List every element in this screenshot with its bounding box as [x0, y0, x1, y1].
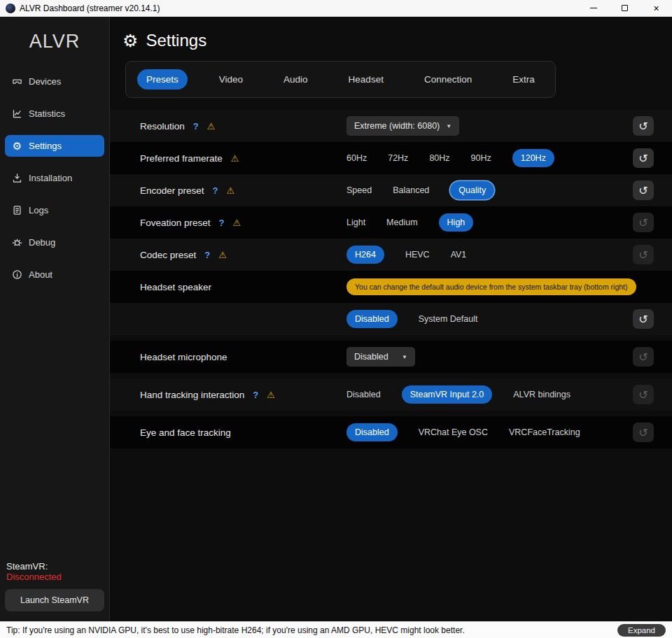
setting-row-speaker-options: Disabled System Default ↺: [110, 303, 672, 335]
setting-row-foveation: Foveation preset ? ⚠ Light Medium High ↺: [110, 206, 672, 239]
app-icon: [6, 3, 15, 13]
setting-row-resolution: Resolution ? ⚠ Extreme (width: 6080) ▼ ↺: [110, 110, 672, 142]
launch-steamvr-button[interactable]: Launch SteamVR: [5, 589, 104, 611]
download-icon: [12, 173, 22, 183]
option-quality[interactable]: Quality: [450, 181, 494, 199]
option-alvr-bindings[interactable]: ALVR bindings: [513, 390, 570, 399]
titlebar: ALVR Dashboard (streamer v20.14.1) ×: [0, 0, 672, 17]
reset-button[interactable]: ↺: [633, 116, 654, 136]
reset-button[interactable]: ↺: [633, 213, 654, 232]
sidebar-item-statistics[interactable]: Statistics: [5, 103, 104, 125]
help-icon[interactable]: ?: [219, 218, 225, 228]
tab-extra[interactable]: Extra: [503, 69, 544, 90]
reset-button[interactable]: ↺: [633, 180, 654, 200]
setting-label: Headset speaker: [140, 282, 211, 292]
reset-button[interactable]: ↺: [633, 309, 654, 329]
expand-button[interactable]: Expand: [617, 624, 666, 637]
row-label-group: Hand tracking interaction ? ⚠: [140, 390, 346, 400]
sidebar-nav: Devices Statistics ⚙ Settings Installati…: [0, 71, 109, 285]
setting-label: Codec preset: [140, 250, 196, 260]
option-80hz[interactable]: 80Hz: [429, 153, 449, 163]
sidebar-item-installation[interactable]: Installation: [5, 167, 104, 189]
setting-row-speaker-notice: Headset speaker You can change the defau…: [110, 271, 672, 303]
alvr-logo: ALVR: [0, 31, 109, 52]
help-icon[interactable]: ?: [213, 185, 218, 196]
tab-headset[interactable]: Headset: [340, 69, 393, 90]
setting-row-hand-tracking: Hand tracking interaction ? ⚠ Disabled S…: [110, 378, 672, 411]
sidebar-item-about[interactable]: About: [5, 264, 104, 285]
option-90hz[interactable]: 90Hz: [471, 153, 491, 163]
reset-button[interactable]: ↺: [633, 148, 654, 168]
chart-icon: [12, 108, 22, 119]
reset-button[interactable]: ↺: [633, 385, 654, 404]
option-hevc[interactable]: HEVC: [405, 250, 430, 260]
tip-text: Tip: If you're using an NVIDIA GPU, it's…: [6, 625, 465, 635]
sidebar-item-label: Logs: [29, 205, 48, 215]
row-label-group: Encoder preset ? ⚠: [140, 185, 346, 196]
help-icon[interactable]: ?: [193, 121, 199, 132]
tab-presets[interactable]: Presets: [137, 69, 188, 90]
reset-button[interactable]: ↺: [633, 347, 654, 367]
option-vrcfacetracking[interactable]: VRCFaceTracking: [509, 427, 580, 437]
option-72hz[interactable]: 72Hz: [388, 153, 408, 163]
close-icon: ×: [653, 3, 659, 13]
option-balanced[interactable]: Balanced: [393, 185, 429, 195]
sidebar-item-settings[interactable]: ⚙ Settings: [5, 135, 104, 157]
help-icon[interactable]: ?: [253, 390, 258, 400]
close-button[interactable]: ×: [640, 0, 672, 16]
window-title: ALVR Dashboard (streamer v20.14.1): [20, 3, 160, 13]
option-eye-disabled[interactable]: Disabled: [346, 423, 398, 441]
setting-label: Eye and face tracking: [140, 427, 231, 438]
settings-page: ⚙ Settings Presets Video Audio Headset C…: [110, 17, 672, 621]
minimize-button[interactable]: [578, 0, 609, 16]
reset-button[interactable]: ↺: [633, 423, 654, 442]
page-title: Settings: [146, 31, 206, 50]
row-controls: Disabled VRChat Eye OSC VRCFaceTracking: [346, 423, 633, 441]
warning-icon: ⚠: [231, 153, 239, 164]
option-120hz[interactable]: 120Hz: [512, 149, 554, 167]
option-light[interactable]: Light: [346, 218, 365, 227]
option-speed[interactable]: Speed: [346, 185, 372, 195]
warning-icon: ⚠: [267, 390, 275, 400]
option-medium[interactable]: Medium: [386, 218, 417, 227]
sidebar-item-debug[interactable]: Debug: [5, 232, 104, 253]
chevron-down-icon: ▼: [446, 123, 451, 129]
microphone-dropdown[interactable]: Disabled ▼: [346, 347, 415, 367]
option-steamvr-input[interactable]: SteamVR Input 2.0: [402, 385, 493, 404]
resolution-dropdown[interactable]: Extreme (width: 6080) ▼: [346, 116, 459, 136]
help-icon[interactable]: ?: [204, 250, 210, 260]
bug-icon: [12, 237, 22, 248]
maximize-button[interactable]: [609, 0, 640, 16]
maximize-icon: [622, 5, 628, 11]
setting-label: Hand tracking interaction: [140, 390, 244, 400]
tab-video[interactable]: Video: [210, 69, 252, 90]
chevron-down-icon: ▼: [402, 354, 407, 360]
warning-icon: ⚠: [207, 121, 216, 132]
sidebar-item-logs[interactable]: Logs: [5, 199, 104, 221]
option-speaker-disabled[interactable]: Disabled: [346, 310, 398, 328]
audio-device-notice: You can change the default audio device …: [346, 278, 636, 295]
row-controls: 60Hz 72Hz 80Hz 90Hz 120Hz: [346, 149, 633, 167]
option-av1[interactable]: AV1: [451, 250, 467, 260]
setting-label: Resolution: [140, 121, 185, 132]
sidebar-item-label: Settings: [29, 141, 62, 151]
row-label-group: Resolution ? ⚠: [140, 121, 346, 132]
info-icon: [12, 269, 22, 280]
option-h264[interactable]: H264: [346, 246, 384, 264]
row-controls: Extreme (width: 6080) ▼: [346, 116, 633, 136]
reset-button[interactable]: ↺: [633, 245, 654, 264]
option-60hz[interactable]: 60Hz: [346, 153, 367, 163]
sidebar-item-label: About: [29, 269, 52, 280]
tab-connection[interactable]: Connection: [415, 69, 481, 90]
option-speaker-system-default[interactable]: System Default: [419, 314, 478, 324]
option-hand-disabled[interactable]: Disabled: [346, 390, 381, 399]
sidebar-item-devices[interactable]: Devices: [5, 71, 104, 92]
sidebar-item-label: Debug: [29, 237, 55, 248]
setting-row-eye-tracking: Eye and face tracking Disabled VRChat Ey…: [110, 416, 672, 448]
option-high[interactable]: High: [439, 213, 474, 232]
option-vrchat-eye-osc[interactable]: VRChat Eye OSC: [419, 427, 488, 437]
setting-label: Foveation preset: [140, 218, 211, 228]
warning-icon: ⚠: [218, 250, 227, 260]
tab-audio[interactable]: Audio: [274, 69, 317, 90]
tip-bar: Tip: If you're using an NVIDIA GPU, it's…: [0, 621, 672, 638]
